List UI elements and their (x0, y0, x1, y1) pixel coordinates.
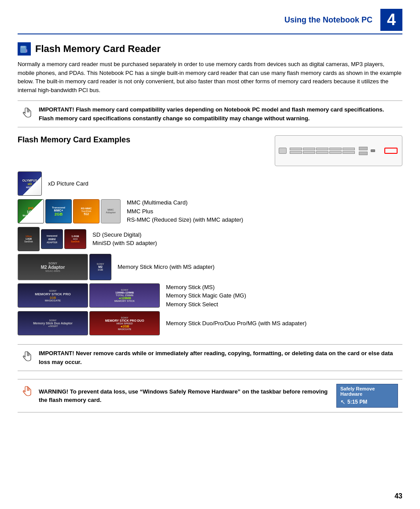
mmc-card-image: pqi 1GB MultiMediaCard (18, 199, 44, 223)
sd-card-label: SD (Secure Digital)MiniSD (with SD adapt… (92, 230, 157, 248)
mmc-card-label: MMC (Multimedia Card)MMC PlusRS-MMC (Red… (127, 198, 243, 224)
chapter-number: 4 (380, 9, 402, 31)
mmc-adapter-image: MMCAdapter (101, 199, 121, 223)
section-title-row: Flash Memory Card Reader (18, 42, 402, 56)
examples-header: Flash Memory Card Examples (18, 135, 402, 166)
taskbar-time: 5:15 PM (347, 399, 367, 405)
sd-images-group: Ultra 1.0GB SanDisk transcend mini ADAPT… (18, 227, 86, 251)
mmc-images-group: pqi 1GB MultiMediaCard Transcend MMC+ 2G… (18, 199, 121, 223)
list-item: Ultra 1.0GB SanDisk transcend mini ADAPT… (18, 227, 402, 251)
warning-content: WARNING! To prevent data loss, use “Wind… (39, 384, 398, 408)
ms-pro-card-image: SONY MEMORY STICK PRO 1GB MAGICGATE (18, 283, 88, 308)
chapter-title: Using the Notebook PC (284, 15, 372, 25)
page-number: 43 (394, 492, 402, 500)
page: Using the Notebook PC 4 Flash Memory Car… (0, 0, 420, 509)
m2-images-group: SONY M2 Adaptor MSAC-MMS SONY M2 1GB (18, 254, 111, 280)
page-header: Using the Notebook PC 4 (18, 9, 402, 34)
ms-card-image: SONY 128MB+128MB TOTAL 256MB ◄128MB MEMO… (89, 283, 160, 308)
warning-note-box: IMPORTANT! Never remove cards while or i… (18, 344, 402, 371)
ms-card-label: Memory Stick (MS)Memory Stick Magic Gate… (166, 283, 246, 309)
card-slot-highlight (384, 148, 398, 154)
svg-rect-1 (21, 46, 22, 48)
list-item: SONY M2 Adaptor MSAC-MMS SONY M2 1GB Mem… (18, 254, 402, 280)
list-item: pqi 1GB MultiMediaCard Transcend MMC+ 2G… (18, 198, 402, 224)
important-note-text: IMPORTANT! Flash memory card compatibili… (39, 105, 398, 123)
xd-card-image: OLYMPUS xD H1GB (18, 171, 42, 196)
examples-title: Flash Memory Card Examples (18, 135, 130, 145)
transcend-card-image: transcend mini ADAPTER (41, 229, 63, 249)
laptop-diagram (275, 135, 402, 166)
hand-icon-2 (22, 350, 34, 365)
hand-icon (22, 106, 34, 121)
m2-card-label: Memory Stick Micro (with MS adapter) (118, 263, 214, 271)
ms-pro-duo-card-image: SONY MEMORY STICK PRO DUO HIGH SPEED ◄2G… (89, 311, 160, 335)
sandisk-mini-card-image: 1.0GB mini SanDisk (64, 229, 86, 249)
xd-card-label: xD Picture Card (48, 179, 88, 188)
final-warning-text: WARNING! To prevent data loss, use “Wind… (39, 387, 330, 405)
examples-section: Flash Memory Card Examples (18, 135, 402, 336)
ms-duo-card-label: Memory Stick Duo/Pro/Duo Pro/MG (with MS… (166, 319, 306, 328)
taskbar-preview: Safely Remove Hardware ↖ 5:15 PM (336, 384, 398, 408)
taskbar-row: ↖ 5:15 PM (340, 398, 367, 405)
list-item: SONY Memory Stick Duo Adaptor ◄INSERT SO… (18, 311, 402, 335)
laptop-ports (279, 147, 375, 155)
sd-card-image: Ultra 1.0GB SanDisk (18, 227, 40, 251)
ms-duo-adapter-card-image: SONY Memory Stick Duo Adaptor ◄INSERT (18, 311, 88, 335)
sandisk-card-image: RS-MMC SanDisk 512 (73, 199, 99, 223)
ms-duo-images-group: SONY Memory Stick Duo Adaptor ◄INSERT SO… (18, 311, 160, 335)
section-body: Normally a memory card reader must be pu… (18, 60, 402, 94)
taskbar-title: Safely Remove Hardware (340, 386, 394, 397)
warning-note-text: IMPORTANT! Never remove cards while or i… (39, 349, 398, 366)
ms-images-group: SONY MEMORY STICK PRO 1GB MAGICGATE SONY… (18, 283, 160, 308)
section-title: Flash Memory Card Reader (35, 43, 161, 55)
list-item: SONY MEMORY STICK PRO 1GB MAGICGATE SONY… (18, 283, 402, 309)
mmc-plus-card-image: Transcend MMC+ 2GB (45, 199, 72, 223)
svg-rect-4 (26, 49, 27, 52)
vga-port (279, 148, 287, 154)
m2-card-image: SONY M2 1GB (89, 254, 111, 280)
important-note-box: IMPORTANT! Flash memory card compatibili… (18, 100, 402, 127)
memory-card-icon (18, 42, 31, 56)
svg-rect-2 (22, 46, 23, 48)
final-warning-box: WARNING! To prevent data loss, use “Wind… (18, 379, 402, 412)
cursor-icon: ↖ (340, 398, 346, 405)
list-item: OLYMPUS xD H1GB xD Picture Card (18, 171, 402, 196)
m2-adapter-card-image: SONY M2 Adaptor MSAC-MMS (18, 254, 88, 280)
cards-grid: OLYMPUS xD H1GB xD Picture Card pqi 1GB … (18, 171, 402, 336)
warning-hand-icon (22, 385, 34, 400)
svg-rect-3 (24, 46, 25, 48)
